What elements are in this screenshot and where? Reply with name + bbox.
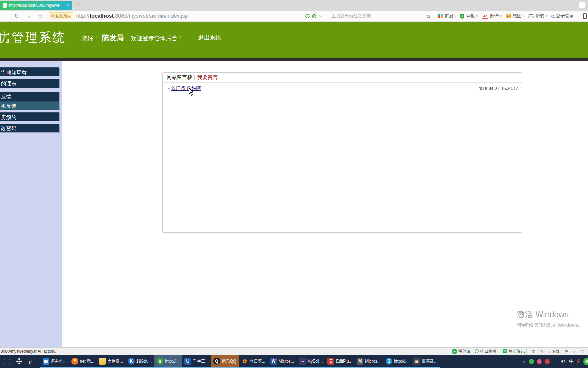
sidebar-item-room-booking[interactable]: 房预约 [0,112,59,121]
chevron-down-icon[interactable]: ∨ [454,14,457,18]
download-button[interactable]: ↓ 下载 [548,349,560,354]
taskbar-start-area: ✣ e [0,355,40,368]
app-icon: e [157,358,163,365]
watermark-line1: 激活 Windows [517,309,583,320]
quick-edit-icon: ▶ [452,349,457,354]
tray-expand-icon[interactable]: ∧ [522,359,525,364]
tray-red-icon[interactable] [545,359,550,364]
quick-edit-label: 快剪辑 [458,349,470,354]
sidebar-item-feedback[interactable]: 反馈 [0,92,59,101]
speedup-ball[interactable]: 46 [583,358,588,365]
screenshot-icon: ✂ [506,14,511,18]
tray-green-icon[interactable] [529,359,534,364]
gamepad-icon [528,14,534,18]
app-icon: ▦ [43,358,49,365]
speed-mode-icon[interactable]: e [312,14,316,18]
chevron-down-icon[interactable]: ∨ [545,14,548,18]
sunflower-icon: ✿ [241,358,248,365]
url-prefix: http:// [76,13,89,19]
screenshot-button[interactable]: ✂ 截图 ∨ [506,13,525,19]
translate-button[interactable]: Aa 翻译 ∨ [482,13,502,19]
live-button[interactable]: 今日直播 [475,349,496,354]
tabbar-corner-icon[interactable] [579,2,585,8]
sidebar: 告通知查看 的课表 反馈 机反馈 房预约 改密码 [0,61,62,347]
games-button[interactable]: 游戏 ∨ [528,13,548,19]
taskbar-app-word[interactable]: WMicros... [268,355,296,368]
sidebar-item-change-password[interactable]: 改密码 [0,124,59,132]
taskbar-app-qq[interactable]: Q腾讯QQ [211,355,239,368]
taskbar-app-myeclipse[interactable]: ∞MyEcli... [296,355,325,368]
search-icon[interactable] [427,15,430,18]
internet-explorer-icon[interactable]: e [28,358,31,365]
post-message-link[interactable]: 我要留言 [197,74,218,81]
divider [324,13,324,19]
taskbar-app-183club[interactable]: K183clu... [126,355,154,368]
games-label: 游戏 [536,13,544,19]
sogou-icon[interactable]: S [577,359,580,364]
sidebar-item-notices[interactable]: 告通知查看 [0,67,59,76]
panel-header: 网站留言板 我要留言 [163,73,522,83]
360-browser-icon[interactable]: ✣ [16,358,22,365]
tray-display-icon[interactable] [553,360,557,363]
taskbar-app-browser2[interactable]: Shttp://l... [383,355,411,368]
taskbar-app-sunflower[interactable]: ✿向日葵... [239,355,268,368]
message-timestamp: 2018-04-21 16:28:17 [477,86,518,91]
divider [194,75,195,80]
chevron-down-icon[interactable]: ∨ [476,14,478,18]
browser-status-bar: 8080/mysweb/liuyanAll.action# ▶ 快剪辑 今日直播… [0,347,588,355]
taskbar-app-qianniu[interactable]: U千牛工... [182,355,211,368]
sidebar-item-timetable[interactable]: 的课表 [0,79,59,88]
taskbar-app-file-explorer[interactable]: 文件资... [97,355,126,368]
mode-chevron-icon[interactable]: ∨ [319,14,322,18]
taskbar-app-control-panel[interactable]: ▦所有控... [40,355,69,368]
bookmark-star-icon[interactable]: ☆ [37,13,43,19]
task-view-button[interactable] [4,359,10,364]
tray-volume-icon[interactable] [561,358,566,365]
domain-redirect-badge[interactable]: 域名重定向 [49,12,73,20]
new-tab-button[interactable]: + [77,1,81,9]
translate-aa-icon: Aa [482,14,488,19]
windows-activation-watermark: 激活 Windows 转到“设置”以激活 Windows。 [517,309,583,328]
extensions-grid-icon [438,14,443,18]
fan-icon[interactable]: ✻ [532,349,535,354]
sidebar-toggle-icon[interactable]: □ [581,349,583,354]
browser-tab[interactable]: http://localhost:8080/myswel × [0,1,72,10]
phone-icon[interactable] [583,13,587,19]
taskbar-app-screen-recorder[interactable]: ▣屏幕录... [411,355,440,368]
browser-toolbar: 扩展 ∨ ¥ 网银 ∨ Aa 翻译 ∨ ✂ 截图 ∨ [435,13,588,19]
watermark-line2: 转到“设置”以激活 Windows。 [517,322,583,328]
taskbar-app-editplus[interactable]: EEditPlu... [325,355,354,368]
header-divider [0,58,588,61]
search-input[interactable]: 主播复出玩这款游戏 [331,13,427,19]
login-manager-button[interactable]: 登录管家 [551,13,574,19]
forward-button[interactable]: › [5,13,7,19]
taskbar-app-browser-active[interactable]: ehttp://l... [154,355,182,368]
download-label: 下载 [552,349,560,354]
quick-edit-button[interactable]: ▶ 快剪辑 [452,349,470,354]
message-link[interactable]: 管理员 你好啊 [171,86,201,92]
chevron-down-icon[interactable]: ∨ [500,14,502,18]
tray-pink-icon[interactable] [537,359,542,364]
tab-close-icon[interactable]: × [67,3,69,8]
ime-indicator[interactable]: 中 [569,358,574,365]
nav-middle-tools: e ∨ 主播复出玩这款游戏 扩展 ∨ ¥ 网银 ∨ Aa 翻译 [305,13,588,19]
taskbar-apps: ▦所有控... “net 竞... 文件资... K183clu... ehtt… [40,355,440,368]
sidebar-item-machine-feedback[interactable]: 机反馈 [0,101,59,110]
taskbar-app-net[interactable]: “net 竞... [69,355,97,368]
logout-link[interactable]: 退出系统 [198,34,221,42]
adblock-icon[interactable] [305,14,310,18]
hot-news-button[interactable]: ≡ 热点资讯 [501,348,527,355]
username: 陈发局 [102,34,124,42]
extensions-label: 扩展 [444,13,453,19]
circle-icon[interactable]: ○ [573,349,576,354]
refresh-button[interactable]: ↻ [14,13,19,19]
taskbar-app-microsoft[interactable]: MMicros... [354,355,383,368]
address-bar[interactable]: http://localhost:8080/mysweb/admin/index… [76,13,188,19]
extensions-button[interactable]: 扩展 ∨ [438,13,457,19]
pen-icon[interactable]: ✎ [540,349,544,354]
bank-button[interactable]: ¥ 网银 ∨ [460,13,478,19]
home-button[interactable]: ⌂ [27,13,30,19]
windows-taskbar: ✣ e ▦所有控... “net 竞... 文件资... K183clu... … [0,355,588,368]
flag-icon[interactable]: ⚑ [565,349,569,354]
chevron-down-icon[interactable]: ∨ [522,14,525,18]
